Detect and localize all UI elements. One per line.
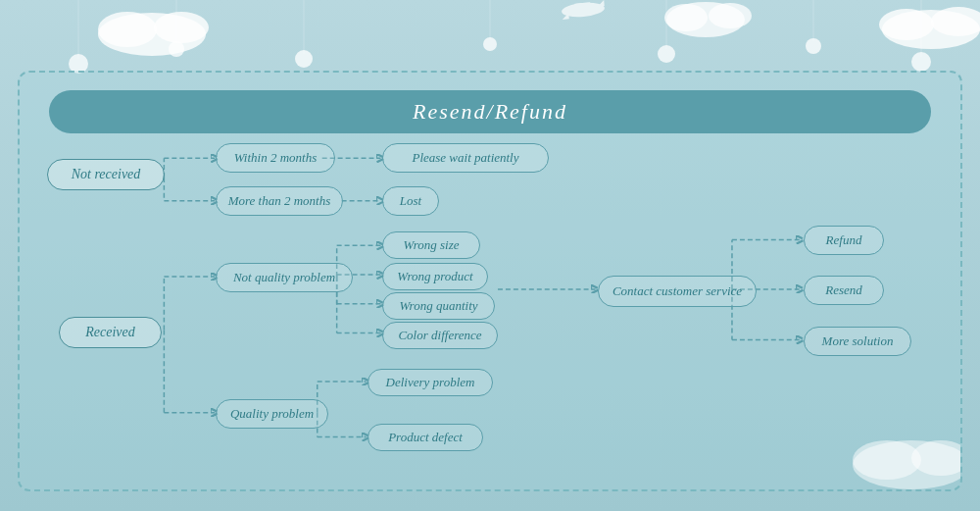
within-2-months-node: Within 2 months	[216, 143, 335, 173]
delivery-problem-node: Delivery problem	[368, 369, 493, 396]
please-wait-node: Please wait patiently	[382, 143, 549, 173]
wrong-size-node: Wrong size	[382, 231, 480, 259]
more-than-2-months-node: More than 2 months	[216, 186, 343, 216]
svg-point-56	[853, 440, 960, 489]
refund-node: Refund	[804, 226, 884, 255]
wrong-product-node: Wrong product	[382, 263, 488, 290]
product-defect-node: Product defect	[368, 424, 483, 451]
bottom-clouds	[764, 411, 960, 489]
contact-customer-service-node: Contact customer service	[598, 276, 757, 307]
not-received-node: Not received	[47, 159, 165, 190]
svg-point-57	[853, 440, 921, 480]
quality-problem-node: Quality problem	[216, 399, 328, 429]
svg-point-58	[911, 440, 960, 476]
page-title: Resend/Refund	[413, 99, 567, 125]
lost-node: Lost	[382, 186, 439, 216]
resend-node: Resend	[804, 276, 884, 305]
main-container: Resend/Refund Not received Within 2 mont…	[18, 71, 962, 491]
more-solution-node: More solution	[804, 327, 911, 356]
received-node: Received	[59, 317, 162, 348]
color-difference-node: Color difference	[382, 322, 498, 349]
wrong-quantity-node: Wrong quantity	[382, 292, 495, 320]
not-quality-problem-node: Not quality problem	[216, 263, 353, 292]
title-bar: Resend/Refund	[49, 90, 931, 133]
